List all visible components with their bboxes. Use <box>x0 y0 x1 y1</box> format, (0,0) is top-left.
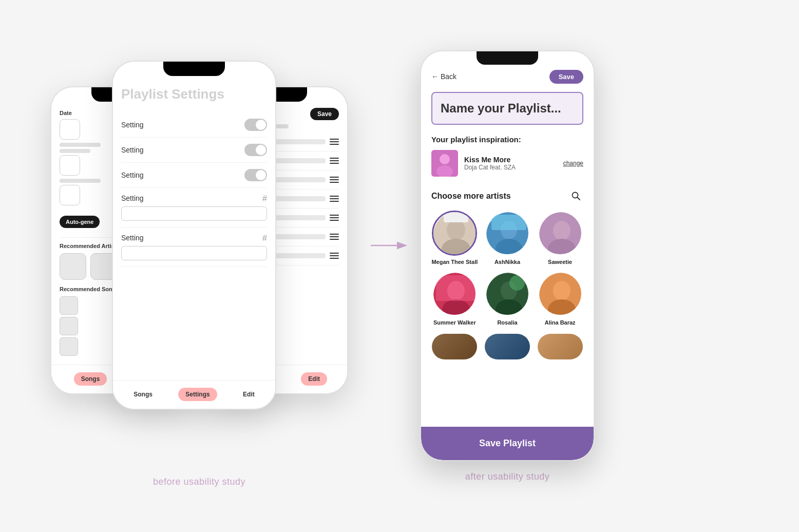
artist-item-1[interactable]: AshNikka <box>484 211 531 265</box>
song-thumb-2 <box>60 317 78 335</box>
inspiration-thumbnail <box>431 150 458 177</box>
artist-avatar-6 <box>432 334 477 359</box>
setting-row-3: Setting <box>121 163 267 188</box>
hamburger-4 <box>330 196 339 202</box>
hamburger-7 <box>330 253 339 259</box>
artist-name-5: Alina Baraz <box>545 319 576 326</box>
artist-name-2: Saweetie <box>548 259 572 265</box>
phone-settings-content: Playlist Settings Setting Setting Settin… <box>113 62 275 409</box>
artist-avatar-1[interactable] <box>485 211 530 256</box>
scene: Date Auto-gene Recommended Artists <box>40 45 759 487</box>
input-field-2[interactable] <box>121 246 267 260</box>
setting-label-4: Setting <box>121 194 144 203</box>
change-inspiration-link[interactable]: change <box>563 160 583 167</box>
artists-grid-bottom <box>431 334 583 359</box>
playlist-name-input-area[interactable]: Name your Playlist... <box>431 92 583 125</box>
artists-section-header: Choose more artists <box>431 189 583 203</box>
back-arrow-icon: ← <box>431 72 439 81</box>
artist-avatar-2[interactable] <box>538 211 583 256</box>
svg-rect-10 <box>444 212 468 222</box>
save-btn-right[interactable]: Save <box>310 108 339 120</box>
date-box <box>60 119 80 140</box>
artist-avatar-3[interactable] <box>432 271 477 316</box>
svg-line-6 <box>578 197 580 200</box>
hash-2: # <box>262 234 267 243</box>
nav-tab-settings-mid[interactable]: Settings <box>178 388 217 401</box>
artist-item-2[interactable]: Saweetie <box>537 211 583 265</box>
svg-point-16 <box>553 221 570 240</box>
input-field-1[interactable] <box>121 206 267 221</box>
setting-row-2: Setting <box>121 138 267 163</box>
inspiration-song-title: Kiss Me More <box>464 156 557 164</box>
before-label: before usability study <box>153 477 245 487</box>
toggle-3[interactable] <box>244 169 267 181</box>
nav-tab-songs-bg[interactable]: Songs <box>74 372 107 386</box>
nav-tab-edit-right[interactable]: Edit <box>301 372 327 386</box>
svg-point-27 <box>553 281 570 300</box>
artist-item-6 <box>431 334 478 359</box>
setting-row-1: Setting <box>121 112 267 138</box>
hamburger-5 <box>330 215 339 221</box>
svg-point-5 <box>573 192 578 198</box>
artist-avatar-7 <box>485 334 530 359</box>
playlist-name-placeholder[interactable]: Name your Playlist... <box>441 101 574 116</box>
setting-label-2: Setting <box>121 146 144 154</box>
artist-avatar-0[interactable] <box>432 211 477 256</box>
back-label: Back <box>441 72 456 81</box>
after-topbar: ← Back Save <box>431 70 583 84</box>
artist-item-3[interactable]: Summer Walker <box>431 271 478 326</box>
song-thumb-1 <box>60 296 78 315</box>
save-playlist-button[interactable]: Save Playlist <box>421 427 594 460</box>
date-line-2 <box>60 149 90 153</box>
hamburger-3 <box>330 177 339 183</box>
save-button-after[interactable]: Save <box>549 70 583 84</box>
svg-point-3 <box>440 154 450 164</box>
toggle-1[interactable] <box>244 119 267 131</box>
artist-item-7 <box>484 334 531 359</box>
bottom-nav-mid: Songs Settings Edit <box>113 380 275 409</box>
svg-point-25 <box>509 275 525 291</box>
song-thumb-3 <box>60 337 78 356</box>
svg-point-8 <box>447 220 465 240</box>
auto-gen-button[interactable]: Auto-gene <box>60 216 100 228</box>
artists-section-title: Choose more artists <box>431 192 511 201</box>
setting-label-3: Setting <box>121 171 144 179</box>
after-content: ← Back Save Name your Playlist... Your p… <box>421 51 594 460</box>
hash-1: # <box>262 194 267 203</box>
artist-name-1: AshNikka <box>494 259 520 265</box>
transition-arrow <box>369 235 410 256</box>
hamburger-6 <box>330 234 339 240</box>
date-box-3 <box>60 185 80 205</box>
inspiration-card: Kiss Me More Doja Cat feat. SZA change <box>431 150 583 177</box>
artist-name-0: Megan Thee Stall <box>431 259 478 265</box>
artist-name-4: Rosalia <box>497 319 517 326</box>
after-section: ← Back Save Name your Playlist... Your p… <box>420 50 595 482</box>
arrow-section <box>369 235 410 297</box>
artists-grid: Megan Thee Stall AshNikka <box>431 211 583 326</box>
date-box-2 <box>60 155 80 176</box>
phone-stack: Date Auto-gene Recommended Artists <box>50 45 348 466</box>
nav-tab-edit-mid[interactable]: Edit <box>236 388 262 401</box>
hamburger-2 <box>330 158 339 164</box>
nav-tab-songs-mid[interactable]: Songs <box>126 388 160 401</box>
phone-settings: Playlist Settings Setting Setting Settin… <box>112 61 276 410</box>
back-button[interactable]: ← Back <box>431 72 456 81</box>
before-section: Date Auto-gene Recommended Artists <box>40 45 358 487</box>
artist-item-5[interactable]: Alina Baraz <box>537 271 583 326</box>
inspiration-label: Your playlist inspiration: <box>431 135 583 144</box>
artist-item-0[interactable]: Megan Thee Stall <box>431 211 478 265</box>
setting-label-5: Setting <box>121 234 144 243</box>
artist-item-8 <box>537 334 583 359</box>
artist-name-3: Summer Walker <box>433 319 476 326</box>
inspiration-info: Kiss Me More Doja Cat feat. SZA <box>464 156 557 171</box>
settings-title: Playlist Settings <box>121 82 267 102</box>
setting-row-4: Setting # <box>121 188 267 227</box>
artist-avatar-4[interactable] <box>485 271 530 316</box>
artists-search-icon[interactable] <box>569 189 583 203</box>
date-line-1 <box>60 143 101 147</box>
artist-item-4[interactable]: Rosalia <box>484 271 531 326</box>
artist-thumb-1 <box>60 253 86 280</box>
artist-avatar-5[interactable] <box>538 271 583 316</box>
toggle-2[interactable] <box>244 144 267 156</box>
hamburger-1 <box>330 139 339 145</box>
